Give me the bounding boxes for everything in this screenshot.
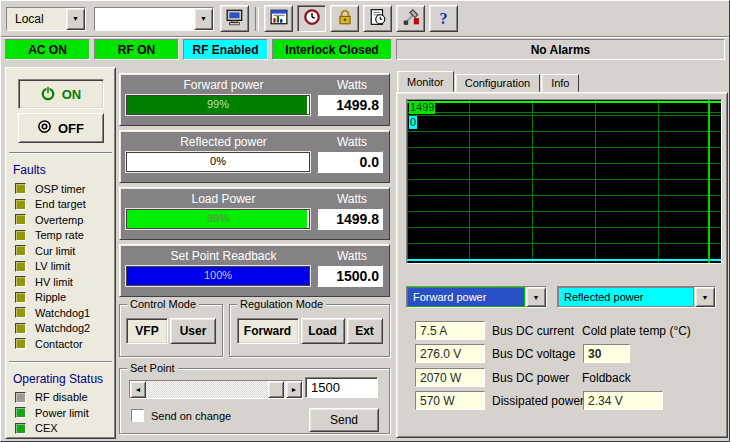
chevron-down-icon[interactable]: ▼: [66, 8, 85, 30]
fault-label: Overtemp: [35, 214, 83, 226]
fault-row-lv-limit: LV limit: [6, 259, 115, 275]
monitor-clock-button[interactable]: [297, 5, 326, 32]
chevron-down-icon[interactable]: ▼: [695, 287, 715, 307]
forward-power-trace: [407, 101, 721, 103]
fault-row-watchdog2: Watchdog2: [6, 321, 115, 337]
user-mode-button[interactable]: User: [170, 318, 216, 344]
meter-unit: Watts: [321, 135, 383, 149]
foldback-label: Foldback: [582, 371, 631, 385]
tab-info[interactable]: Info: [541, 74, 579, 92]
send-on-change-row[interactable]: Send on change: [131, 409, 231, 422]
power-strip-chart: 1499 0: [406, 99, 722, 264]
tab-monitor[interactable]: Monitor: [397, 71, 454, 92]
forward-regulation-button[interactable]: Forward: [237, 318, 299, 344]
setpoint-readback-value: 1500.0: [317, 265, 383, 287]
panel-view-button[interactable]: [264, 5, 293, 32]
set-point-input[interactable]: [305, 377, 378, 398]
reflected-power-trace: [407, 259, 721, 261]
control-mode-group: Control Mode VFP User: [119, 304, 223, 357]
bar-percent-label: 100%: [127, 269, 309, 281]
send-on-change-checkbox[interactable]: [131, 409, 144, 422]
fault-row-end-target: End target: [6, 197, 115, 213]
bus-dc-voltage-label: Bus DC voltage: [492, 347, 575, 361]
connection-value: [95, 8, 194, 30]
security-lock-button[interactable]: [330, 5, 359, 32]
cold-plate-temp-label: Cold plate temp (°C): [582, 324, 691, 338]
help-icon: ?: [440, 10, 448, 28]
status-rf-enabled: RF Enabled: [183, 39, 268, 60]
status-label: Power limit: [35, 407, 89, 419]
forward-power-bar: 99%: [126, 95, 310, 115]
fault-led: [15, 307, 26, 318]
remote-connect-button[interactable]: [220, 5, 249, 32]
bar-percent-label: 0%: [127, 155, 309, 167]
fault-led: [15, 230, 26, 241]
dissipated-power-label: Dissipated power: [492, 394, 584, 408]
foldback-value: 2.34 V: [583, 391, 663, 410]
local-mode-dropdown[interactable]: Local ▼: [6, 7, 86, 31]
chevron-down-icon[interactable]: ▼: [526, 287, 546, 307]
meter-title: Reflected power: [126, 135, 321, 149]
bus-dc-current-value: 7.5 A: [415, 321, 485, 340]
trace2-value: Reflected power: [558, 287, 694, 307]
fault-led: [15, 245, 26, 256]
vfp-mode-button[interactable]: VFP: [126, 318, 168, 344]
trace2-selector[interactable]: Reflected power ▼: [557, 286, 716, 308]
separator: [9, 152, 112, 154]
status-ac-label: AC ON: [28, 43, 67, 57]
fault-row-cur-limit: Cur limit: [6, 243, 115, 259]
power-off-icon: [37, 119, 52, 137]
fault-row-osp-timer: OSP timer: [6, 181, 115, 197]
load-power-value: 1499.8: [317, 208, 383, 230]
ext-regulation-button[interactable]: Ext: [347, 318, 383, 344]
meter-title: Load Power: [126, 192, 321, 206]
local-mode-value: Local: [7, 8, 66, 30]
help-button[interactable]: ?: [429, 5, 458, 32]
tab-configuration[interactable]: Configuration: [455, 74, 540, 92]
fault-led: [15, 261, 26, 272]
left-panel: ON OFF Faults OSP timer End target Overt…: [5, 67, 116, 439]
bar-percent-label: 99%: [127, 98, 309, 110]
meter-forward-power: Forward powerWatts 99% 1499.8: [119, 73, 390, 126]
send-button[interactable]: Send: [309, 408, 379, 432]
status-ac: AC ON: [5, 39, 90, 60]
power-on-icon: [40, 85, 56, 104]
status-led: [15, 392, 26, 403]
fault-label: Watchdog2: [35, 322, 90, 334]
tools-icon: [402, 8, 420, 29]
rf-off-button[interactable]: OFF: [18, 113, 104, 143]
status-label: CEX: [35, 422, 58, 434]
reflected-power-value: 0.0: [317, 151, 383, 173]
load-regulation-button[interactable]: Load: [301, 318, 345, 344]
status-row-power-limit: Power limit: [6, 405, 115, 421]
fault-label: OSP timer: [35, 183, 86, 195]
clipboard-clock-icon: [369, 8, 387, 29]
setpoint-readback-bar: 100%: [126, 266, 310, 286]
set-point-scrollbar[interactable]: ◄ ►: [129, 380, 303, 399]
fault-label: Cur limit: [35, 245, 75, 257]
fault-led: [15, 292, 26, 303]
control-mode-legend: Control Mode: [127, 298, 199, 310]
status-rf-enabled-label: RF Enabled: [192, 43, 258, 57]
trace1-selector[interactable]: Forward power ▼: [406, 286, 547, 308]
setup-tools-button[interactable]: [396, 5, 425, 32]
scrollbar-thumb[interactable]: [268, 381, 284, 398]
fault-label: Watchdog1: [35, 307, 90, 319]
rf-on-button[interactable]: ON: [18, 79, 104, 109]
connection-dropdown[interactable]: ▼: [94, 7, 214, 31]
fault-led: [15, 183, 26, 194]
log-schedule-button[interactable]: [363, 5, 392, 32]
meter-unit: Watts: [321, 249, 383, 263]
meter-setpoint-readback: Set Point ReadbackWatts 100% 1500.0: [119, 244, 390, 297]
fault-led: [15, 199, 26, 210]
reflected-power-bar: 0%: [126, 152, 310, 172]
app-window: Local ▼ ▼ ? AC ON RF ON: [0, 0, 730, 442]
fault-led: [15, 276, 26, 287]
chevron-down-icon[interactable]: ▼: [194, 8, 213, 30]
fault-row-hv-limit: HV limit: [6, 274, 115, 290]
fault-label: Temp rate: [35, 229, 84, 241]
scroll-left-arrow-icon[interactable]: ◄: [130, 381, 146, 398]
cold-plate-temp-value: 30: [583, 344, 630, 363]
fault-label: HV limit: [35, 276, 73, 288]
scroll-right-arrow-icon[interactable]: ►: [286, 381, 302, 398]
